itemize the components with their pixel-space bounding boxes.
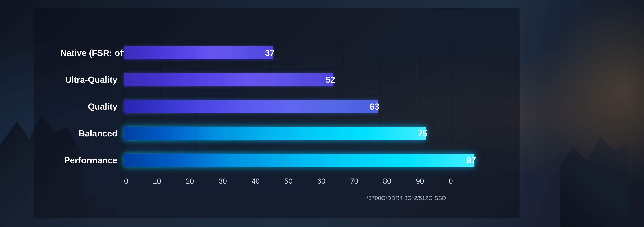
bar-label-ultraquality: Ultra-Quality — [60, 75, 124, 85]
bar-label-native: Native (FSR: off) — [60, 48, 124, 58]
x-label-10: 10 — [153, 177, 161, 186]
footnote: *5700G/DDR4 8G*2/512G SSD — [366, 195, 446, 201]
bar-row-ultraquality: Ultra-Quality 52 — [60, 66, 486, 93]
x-label-80: 80 — [383, 177, 391, 186]
x-label-20: 20 — [186, 177, 194, 186]
bar-row-balanced: Balanced 75 — [60, 120, 486, 147]
bar-label-quality: Quality — [60, 102, 124, 112]
bar-label-performance: Performance — [60, 155, 124, 165]
bar-performance: 87 — [124, 154, 474, 167]
bar-native: 37 — [124, 46, 273, 60]
x-label-end-0: 0 — [448, 177, 453, 186]
x-label-70: 70 — [350, 177, 358, 186]
bar-wrapper-balanced: 75 — [124, 126, 486, 141]
chart-area: Native (FSR: off) 37 Ultra-Quality 52 Qu… — [60, 40, 486, 174]
bar-balanced: 75 — [124, 127, 426, 140]
bar-row-quality: Quality 63 — [60, 93, 486, 120]
x-label-50: 50 — [284, 177, 292, 186]
bar-quality: 63 — [124, 100, 378, 113]
x-label-40: 40 — [252, 177, 260, 186]
bar-wrapper-ultraquality: 52 — [124, 72, 486, 87]
x-label-90: 90 — [416, 177, 424, 186]
x-label-60: 60 — [317, 177, 325, 186]
bar-wrapper-performance: 87 — [124, 153, 486, 168]
bar-wrapper-quality: 63 — [124, 99, 486, 114]
bar-value-native: 37 — [265, 48, 275, 58]
x-label-30: 30 — [218, 177, 227, 186]
x-label-0: 0 — [124, 177, 128, 186]
bar-row-native: Native (FSR: off) 37 — [60, 40, 486, 66]
x-axis: 0 10 20 30 40 50 60 70 80 90 0 — [124, 177, 486, 186]
chart-container: Native (FSR: off) 37 Ultra-Quality 52 Qu… — [47, 14, 500, 212]
bar-value-quality: 63 — [370, 102, 379, 112]
bar-value-performance: 87 — [466, 155, 476, 165]
bar-ultraquality: 52 — [124, 73, 334, 86]
bar-value-ultraquality: 52 — [326, 75, 335, 85]
bar-value-balanced: 75 — [418, 128, 428, 138]
bar-wrapper-native: 37 — [124, 45, 486, 60]
x-axis-labels: 0 10 20 30 40 50 60 70 80 90 0 — [124, 177, 453, 186]
bar-label-balanced: Balanced — [60, 128, 124, 138]
bar-row-performance: Performance 87 — [60, 147, 486, 174]
